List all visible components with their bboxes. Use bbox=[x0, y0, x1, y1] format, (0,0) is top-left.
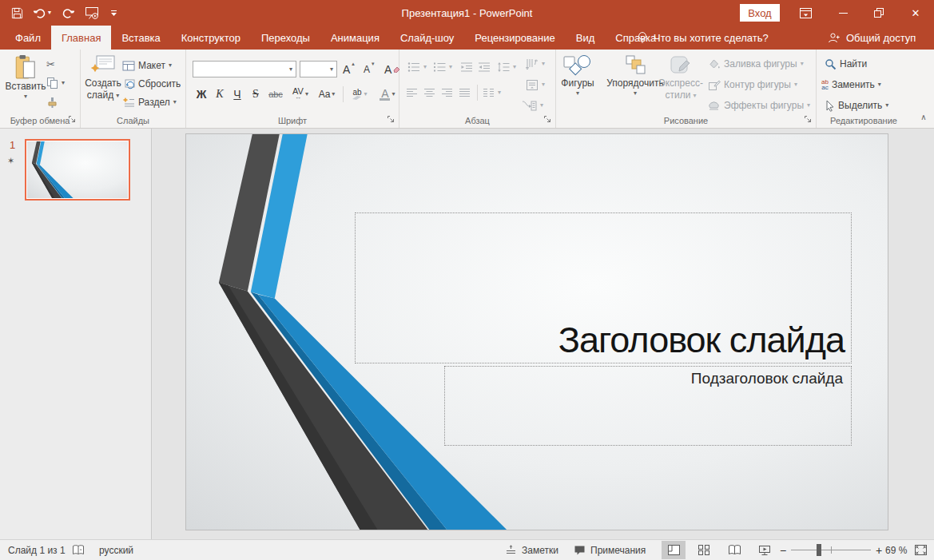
subtitle-placeholder[interactable]: Подзаголовок слайда bbox=[444, 366, 852, 446]
tab-file[interactable]: Файл bbox=[5, 26, 51, 50]
paragraph-dialog-launcher[interactable] bbox=[543, 115, 552, 124]
fit-to-window-icon bbox=[914, 544, 928, 556]
slide-sorter-view-button[interactable] bbox=[692, 541, 716, 559]
tab-transitions[interactable]: Переходы bbox=[251, 26, 320, 50]
tab-slideshow[interactable]: Слайд-шоу bbox=[390, 26, 464, 50]
restore-button[interactable] bbox=[865, 0, 892, 26]
tell-me-box[interactable]: Что вы хотите сделать? bbox=[637, 26, 769, 50]
start-from-beginning-button[interactable] bbox=[85, 6, 100, 20]
slide-counter[interactable]: Слайд 1 из 1 bbox=[8, 540, 66, 560]
paste-dropdown-icon[interactable]: ▾ bbox=[24, 93, 27, 100]
align-left-button[interactable] bbox=[406, 85, 418, 101]
shape-outline-button[interactable]: Контур фигуры ▾ bbox=[708, 77, 797, 93]
bullets-button[interactable]: ▾ bbox=[407, 59, 427, 75]
ribbon-display-options-button[interactable] bbox=[797, 6, 814, 20]
font-color-button[interactable]: А ▾ bbox=[376, 86, 399, 102]
language-button[interactable]: русский bbox=[99, 540, 133, 560]
decrease-indent-button[interactable] bbox=[460, 59, 473, 75]
slideshow-view-button[interactable] bbox=[753, 541, 777, 559]
reset-button[interactable]: Сбросить bbox=[122, 76, 181, 92]
new-slide-button[interactable]: Создать слайд ▾ bbox=[83, 54, 123, 101]
zoom-level[interactable]: 69 % bbox=[885, 540, 907, 560]
slide-sorter-icon bbox=[698, 544, 710, 556]
tab-animations[interactable]: Анимация bbox=[320, 26, 390, 50]
section-button[interactable]: Раздел ▾ bbox=[122, 94, 177, 110]
font-name-dropdown-icon[interactable]: ▾ bbox=[289, 66, 292, 73]
collapse-ribbon-button[interactable]: ∧ bbox=[916, 110, 932, 123]
text-shadow-button[interactable]: abc bbox=[265, 86, 286, 102]
clear-formatting-button[interactable]: А bbox=[384, 61, 400, 77]
increase-indent-icon bbox=[478, 62, 491, 73]
tab-insert[interactable]: Вставка bbox=[111, 26, 170, 50]
reading-view-button[interactable] bbox=[722, 541, 746, 559]
font-dialog-launcher[interactable] bbox=[387, 115, 395, 124]
increase-indent-button[interactable] bbox=[478, 59, 491, 75]
align-right-button[interactable] bbox=[441, 85, 453, 101]
underline-button[interactable]: Ч bbox=[230, 86, 244, 102]
tab-home[interactable]: Главная bbox=[51, 26, 111, 50]
justify-button[interactable] bbox=[459, 85, 471, 101]
numbering-button[interactable]: ▾ bbox=[433, 59, 452, 75]
character-spacing-button[interactable]: AV↔ ▾ bbox=[288, 86, 312, 102]
tab-view[interactable]: Вид bbox=[566, 26, 606, 50]
font-size-combobox[interactable]: ▾ bbox=[300, 61, 337, 77]
shape-fill-button[interactable]: Заливка фигуры ▾ bbox=[708, 56, 804, 72]
zoom-out-button[interactable]: − bbox=[777, 540, 789, 560]
align-text-button[interactable]: ▾ bbox=[526, 77, 545, 93]
find-button[interactable]: Найти bbox=[825, 56, 867, 72]
font-name-combobox[interactable]: ▾ bbox=[193, 61, 296, 77]
layout-button[interactable]: Макет ▾ bbox=[122, 58, 172, 73]
format-painter-button[interactable] bbox=[46, 94, 58, 110]
strikethrough-button[interactable]: S bbox=[248, 86, 263, 102]
save-button[interactable] bbox=[11, 7, 23, 19]
fit-slide-to-window-button[interactable] bbox=[914, 540, 928, 560]
paste-button[interactable]: Вставить ▾ bbox=[5, 54, 46, 100]
clipboard-dialog-launcher[interactable] bbox=[68, 115, 77, 124]
normal-view-button[interactable] bbox=[662, 541, 686, 559]
comments-button[interactable]: Примечания bbox=[574, 540, 646, 560]
copy-button[interactable]: ▾ bbox=[46, 75, 65, 91]
shapes-button[interactable]: Фигуры ▾ bbox=[558, 54, 598, 97]
tab-review[interactable]: Рецензирование bbox=[464, 26, 565, 50]
share-person-icon bbox=[828, 32, 841, 44]
line-spacing-button[interactable]: ▾ bbox=[497, 59, 516, 75]
change-case-button[interactable]: Aa ▾ bbox=[316, 86, 338, 102]
copy-dropdown-icon[interactable]: ▾ bbox=[62, 80, 65, 86]
undo-button[interactable]: ▾ bbox=[34, 6, 51, 19]
columns-button[interactable]: ▾ bbox=[483, 85, 501, 101]
undo-dropdown-icon[interactable]: ▾ bbox=[48, 10, 51, 16]
tab-design[interactable]: Конструктор bbox=[171, 26, 251, 50]
sign-in-button[interactable]: Вход bbox=[740, 4, 780, 22]
bold-button[interactable]: Ж bbox=[194, 86, 209, 102]
group-clipboard: Вставить ▾ ✂ ▾ Буфер обмена bbox=[0, 50, 81, 128]
customize-qat-button[interactable] bbox=[110, 10, 117, 17]
minimize-button[interactable] bbox=[829, 0, 856, 26]
shrink-font-button[interactable]: А▾ bbox=[364, 61, 375, 77]
zoom-in-button[interactable]: + bbox=[872, 540, 885, 560]
zoom-slider-thumb[interactable] bbox=[817, 544, 821, 556]
slide-subtitle[interactable]: Подзаголовок слайда bbox=[691, 367, 851, 387]
convert-smartart-button[interactable]: ▾ bbox=[521, 97, 543, 113]
title-placeholder[interactable]: Заголовок слайда bbox=[355, 212, 852, 363]
cut-button[interactable]: ✂ bbox=[46, 56, 55, 72]
slide-title[interactable]: Заголовок слайда bbox=[558, 320, 851, 363]
spell-check-button[interactable] bbox=[72, 540, 85, 560]
replace-button[interactable]: ab ac Заменить ▾ bbox=[821, 77, 881, 93]
italic-button[interactable]: К bbox=[213, 86, 227, 102]
close-button[interactable]: ✕ bbox=[902, 0, 929, 26]
font-size-dropdown-icon[interactable]: ▾ bbox=[330, 66, 333, 73]
align-center-button[interactable] bbox=[423, 85, 435, 101]
slide-thumbnail[interactable] bbox=[25, 139, 130, 201]
redo-button[interactable] bbox=[62, 6, 74, 19]
grow-font-button[interactable]: А▴ bbox=[343, 61, 355, 77]
animation-star-icon[interactable]: ✶ bbox=[7, 156, 14, 166]
text-direction-button[interactable]: ▾ bbox=[526, 56, 545, 72]
share-button[interactable]: Общий доступ bbox=[828, 26, 916, 50]
slide-canvas[interactable]: Заголовок слайда Подзаголовок слайда bbox=[185, 133, 888, 530]
drawing-dialog-launcher[interactable] bbox=[804, 115, 813, 124]
quick-styles-button[interactable]: Экспресс- стили ▾ bbox=[654, 54, 708, 101]
highlight-color-button[interactable]: ab ▾ bbox=[348, 86, 372, 102]
notes-button[interactable]: Заметки bbox=[505, 540, 558, 560]
shape-effects-button[interactable]: Эффекты фигуры ▾ bbox=[708, 97, 810, 113]
select-button[interactable]: Выделить ▾ bbox=[825, 97, 888, 113]
